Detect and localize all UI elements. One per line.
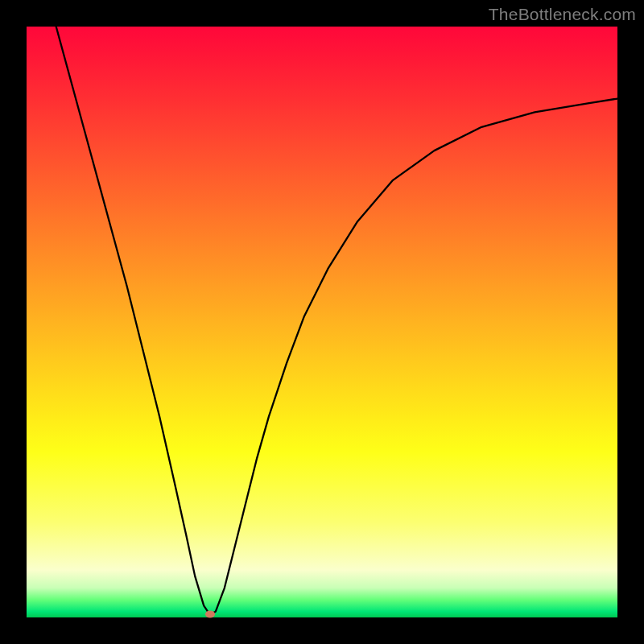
minimum-marker — [205, 611, 215, 618]
watermark-text: TheBottleneck.com — [489, 5, 636, 24]
chart-stage: TheBottleneck.com — [0, 0, 644, 644]
plot-area — [27, 27, 617, 617]
